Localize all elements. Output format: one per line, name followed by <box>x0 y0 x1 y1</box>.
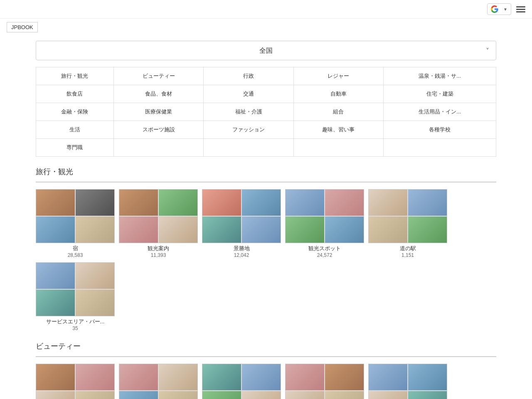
language-arrow: ▼ <box>503 7 507 12</box>
card-image-cell <box>408 190 447 216</box>
header: ▼ <box>0 0 532 19</box>
card-image-cell <box>325 190 364 216</box>
category-cell[interactable]: 住宅・建築 <box>384 85 496 103</box>
card-image-cell <box>36 263 75 289</box>
card-image-cell <box>119 391 158 399</box>
category-cell[interactable]: ファッション <box>204 121 293 139</box>
category-cell[interactable]: ビューティー <box>113 67 203 85</box>
card[interactable]: サービスエリア・パー...35 <box>36 262 115 331</box>
card-image-cell <box>242 217 281 243</box>
category-cell[interactable] <box>204 139 293 157</box>
breadcrumb-jpbook[interactable]: JPBOOK <box>7 22 38 32</box>
breadcrumb: JPBOOK <box>0 19 532 36</box>
card[interactable]: 観光案内11,393 <box>119 189 198 258</box>
category-cell[interactable]: 交通 <box>204 85 293 103</box>
header-right: ▼ <box>487 3 525 15</box>
card-image-cell <box>369 217 407 243</box>
card-image-cell <box>76 217 114 243</box>
card-image <box>285 364 364 399</box>
category-cell[interactable]: スポーツ施設 <box>113 121 203 139</box>
card[interactable]: 景勝地12,042 <box>202 189 281 258</box>
card-image-cell <box>119 364 158 390</box>
card-grid <box>36 364 496 399</box>
main-content: 全国 北海道 東北 関東 中部 近畿 中国 四国 九州・沖縄 ˅ 旅行・観光ビュ… <box>29 41 503 399</box>
card-image-cell <box>286 364 324 390</box>
card-image-cell <box>202 364 241 390</box>
category-cell[interactable]: 温泉・銭湯・サ... <box>384 67 496 85</box>
card-image-cell <box>408 364 447 390</box>
category-cell[interactable]: レジャー <box>293 67 383 85</box>
sections-container: 旅行・観光宿28,583観光案内11,393景勝地12,042観光スポット24,… <box>36 167 496 399</box>
card[interactable] <box>285 364 364 399</box>
card-image-cell <box>202 217 241 243</box>
category-cell[interactable]: 旅行・観光 <box>36 67 114 85</box>
section-divider <box>36 356 496 357</box>
category-grid: 旅行・観光ビューティー行政レジャー温泉・銭湯・サ...飲食店食品、食材交通自動車… <box>36 67 496 157</box>
category-cell[interactable]: 行政 <box>204 67 293 85</box>
card-image <box>36 364 115 399</box>
language-selector[interactable]: ▼ <box>487 3 511 15</box>
card-image-cell <box>76 190 114 216</box>
card-image-cell <box>36 290 75 316</box>
category-cell[interactable] <box>384 139 496 157</box>
section-0: 旅行・観光宿28,583観光案内11,393景勝地12,042観光スポット24,… <box>36 167 496 331</box>
card[interactable] <box>119 364 198 399</box>
category-cell[interactable]: 組合 <box>293 103 383 121</box>
region-selector[interactable]: 全国 北海道 東北 関東 中部 近畿 中国 四国 九州・沖縄 ˅ <box>36 41 496 60</box>
card-image-cell <box>369 190 407 216</box>
card-image-cell <box>159 217 197 243</box>
category-cell[interactable]: 福祉・介護 <box>204 103 293 121</box>
category-cell[interactable]: 趣味、習い事 <box>293 121 383 139</box>
region-select-input[interactable]: 全国 北海道 東北 関東 中部 近畿 中国 四国 九州・沖縄 <box>36 41 496 60</box>
card-image-cell <box>325 217 364 243</box>
card-count: 1,151 <box>368 252 447 258</box>
category-cell[interactable]: 生活 <box>36 121 114 139</box>
card-count: 24,572 <box>285 252 364 258</box>
category-cell[interactable]: 飲食店 <box>36 85 114 103</box>
category-cell[interactable] <box>113 139 203 157</box>
google-icon <box>491 5 498 13</box>
card[interactable]: 観光スポット24,572 <box>285 189 364 258</box>
card-image-cell <box>159 364 197 390</box>
card[interactable] <box>368 364 447 399</box>
card-label: サービスエリア・パー... <box>36 318 115 325</box>
category-cell[interactable]: 生活用品・イン... <box>384 103 496 121</box>
card-image-cell <box>242 364 281 390</box>
card-label: 観光スポット <box>285 245 364 252</box>
card-image-cell <box>369 364 407 390</box>
category-cell[interactable]: 専門職 <box>36 139 114 157</box>
category-cell[interactable]: 自動車 <box>293 85 383 103</box>
card-grid: 宿28,583観光案内11,393景勝地12,042観光スポット24,572道の… <box>36 189 496 331</box>
card-label: 道の駅 <box>368 245 447 252</box>
card-image-cell <box>36 217 75 243</box>
category-cell[interactable]: 各種学校 <box>384 121 496 139</box>
card-image-cell <box>36 391 75 399</box>
category-cell[interactable]: 金融・保険 <box>36 103 114 121</box>
card-image-cell <box>325 364 364 390</box>
card-image <box>119 189 198 243</box>
card-image <box>119 364 198 399</box>
card-image-cell <box>242 391 281 399</box>
category-cell[interactable]: 食品、食材 <box>113 85 203 103</box>
card-image <box>368 189 447 243</box>
card-image-cell <box>36 190 75 216</box>
card-image-cell <box>286 391 324 399</box>
list-view-icon[interactable] <box>516 6 525 12</box>
card-image <box>202 189 281 243</box>
card[interactable] <box>202 364 281 399</box>
card-image-cell <box>76 290 114 316</box>
card-image-cell <box>76 364 114 390</box>
card-image-cell <box>202 391 241 399</box>
category-cell[interactable]: 医療保健業 <box>113 103 203 121</box>
card-image-cell <box>119 190 158 216</box>
category-cell[interactable] <box>293 139 383 157</box>
section-title: 旅行・観光 <box>36 167 496 178</box>
card-image-cell <box>286 217 324 243</box>
card-image <box>368 364 447 399</box>
card[interactable]: 宿28,583 <box>36 189 115 258</box>
card-image-cell <box>76 391 114 399</box>
card[interactable] <box>36 364 115 399</box>
card[interactable]: 道の駅1,151 <box>368 189 447 258</box>
section-header: 旅行・観光 <box>36 167 496 178</box>
card-image-cell <box>36 364 75 390</box>
